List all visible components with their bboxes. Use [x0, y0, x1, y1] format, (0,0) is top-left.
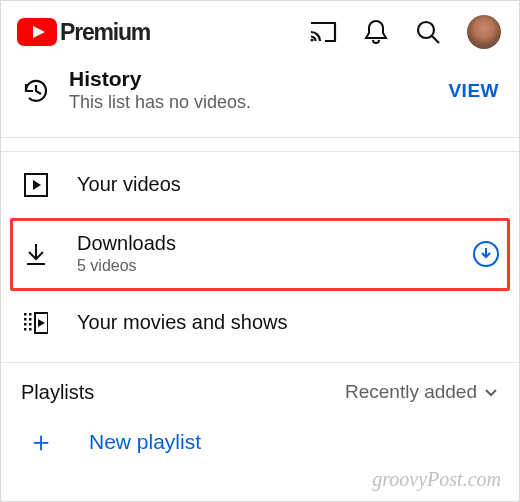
movies-shows-item[interactable]: Your movies and shows — [1, 290, 519, 356]
history-text: History This list has no videos. — [51, 67, 448, 115]
history-icon — [21, 76, 51, 106]
film-icon — [24, 311, 48, 335]
topbar-actions — [309, 15, 501, 49]
brand-name: Premium — [60, 19, 150, 46]
your-videos-label: Your videos — [77, 173, 499, 196]
svg-line-3 — [432, 36, 439, 43]
search-icon[interactable] — [415, 19, 441, 45]
cast-icon[interactable] — [309, 20, 337, 44]
svg-rect-13 — [29, 318, 32, 321]
downloads-subtitle: 5 videos — [77, 257, 473, 275]
svg-rect-10 — [24, 323, 27, 326]
svg-rect-8 — [24, 313, 27, 316]
history-title: History — [69, 67, 448, 91]
movies-shows-label: Your movies and shows — [77, 311, 499, 334]
svg-rect-11 — [24, 328, 27, 331]
new-playlist-label: New playlist — [89, 430, 201, 454]
playlists-heading: Playlists — [21, 381, 345, 404]
svg-rect-9 — [24, 318, 27, 321]
top-bar: Premium — [1, 1, 519, 63]
plus-icon: ＋ — [27, 428, 55, 456]
svg-point-2 — [418, 22, 434, 38]
playlists-header: Playlists Recently added — [1, 362, 519, 414]
playlist-sort[interactable]: Recently added — [345, 381, 499, 403]
svg-rect-14 — [29, 323, 32, 326]
view-button[interactable]: VIEW — [448, 80, 499, 102]
chevron-down-icon — [483, 384, 499, 400]
downloads-label: Downloads — [77, 232, 473, 255]
svg-point-1 — [311, 39, 314, 42]
youtube-premium-logo[interactable]: Premium — [17, 18, 309, 46]
download-status-icon[interactable] — [473, 241, 499, 267]
watermark: groovyPost.com — [372, 468, 501, 491]
history-row[interactable]: History This list has no videos. VIEW — [1, 63, 519, 138]
downloads-item[interactable]: Downloads 5 videos — [1, 218, 519, 290]
play-outline-icon — [24, 173, 48, 197]
youtube-icon — [17, 18, 57, 46]
notifications-icon[interactable] — [363, 18, 389, 46]
history-subtitle: This list has no videos. — [69, 91, 448, 114]
section-divider — [1, 138, 519, 152]
avatar[interactable] — [467, 15, 501, 49]
your-videos-item[interactable]: Your videos — [1, 152, 519, 218]
download-icon — [24, 242, 48, 266]
sort-label: Recently added — [345, 381, 477, 403]
new-playlist-button[interactable]: ＋ New playlist — [1, 414, 519, 470]
svg-rect-12 — [29, 313, 32, 316]
svg-rect-15 — [29, 328, 32, 331]
